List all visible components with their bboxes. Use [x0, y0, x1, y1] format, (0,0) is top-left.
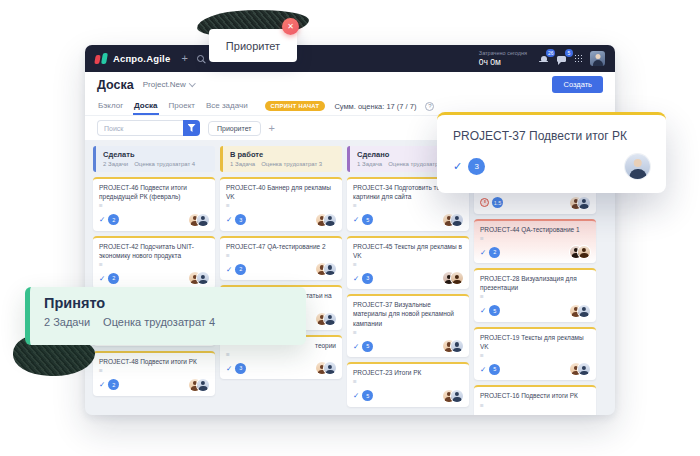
assignee-avatar[interactable]	[324, 263, 336, 275]
points-badge: 2	[235, 264, 246, 275]
user-avatar[interactable]	[590, 51, 605, 66]
assignee-avatars	[443, 340, 463, 352]
card-footer-left: ✓2	[226, 264, 246, 275]
help-icon[interactable]: ?	[425, 102, 434, 111]
task-id: PROJECT-44	[480, 226, 521, 233]
filter-button[interactable]	[183, 120, 200, 136]
points-badge: 5	[489, 305, 500, 316]
messages-button[interactable]: 5	[556, 53, 567, 64]
priority-filter-chip[interactable]: Приоритет	[208, 121, 261, 136]
task-card-project-23[interactable]: PROJECT-23 Итоги РК≡✓5	[347, 362, 469, 407]
assignee-avatars	[316, 263, 336, 275]
card-footer: ✓5	[480, 363, 590, 375]
card-footer-left: ✓2	[99, 214, 119, 225]
tab-0[interactable]: Бэклог	[97, 97, 124, 115]
app-logo-icon[interactable]	[95, 53, 106, 64]
assignee-avatar[interactable]	[324, 313, 336, 325]
assignee-avatars	[570, 305, 590, 317]
task-card-project-42[interactable]: PROJECT-42 Подсчитать UNIT-экономику нов…	[93, 236, 215, 290]
description-icon: ≡	[226, 253, 336, 260]
assignee-avatar[interactable]	[625, 154, 650, 179]
task-card-project-19[interactable]: PROJECT-19 Тексты для рекламы VK≡✓5	[474, 327, 596, 381]
card-footer-left: ✓5	[480, 305, 500, 316]
card-footer: ✓3	[353, 272, 463, 284]
task-card-project-40[interactable]: PROJECT-40 Баннер для рекламы VK≡✓3	[220, 177, 342, 231]
assignee-avatars	[316, 313, 336, 325]
tab-2[interactable]: Проект	[168, 97, 196, 115]
assignee-avatar[interactable]	[197, 214, 209, 226]
column-subtitle: 1 ЗадачаОценка трудозатрат 3	[230, 161, 335, 167]
assignee-avatar[interactable]	[197, 272, 209, 284]
assignee-avatar[interactable]	[324, 214, 336, 226]
card-footer: ✓2	[480, 246, 590, 258]
app-window: Аспро.Agile + Сп Затрачено сегодня 0ч 0м…	[85, 45, 615, 415]
assignee-avatar[interactable]	[578, 305, 590, 317]
tab-3[interactable]: Все задачи	[205, 97, 249, 115]
tab-1[interactable]: Доска	[133, 97, 158, 115]
check-icon: ✓	[453, 160, 462, 173]
task-title: PROJECT-45 Тексты для рекламы в VK	[353, 242, 463, 260]
assignee-avatar[interactable]	[578, 363, 590, 375]
task-id: PROJECT-28	[480, 275, 521, 282]
card-footer: ✓3	[226, 362, 336, 374]
card-footer: ✓5	[353, 340, 463, 352]
assignee-avatar[interactable]	[451, 340, 463, 352]
card-footer-left: ✓3	[226, 363, 246, 374]
assignee-avatar[interactable]	[324, 362, 336, 374]
search-input[interactable]	[97, 120, 183, 136]
check-icon: ✓	[99, 274, 105, 283]
task-card-project-46[interactable]: PROJECT-46 Подвести итоги предыдущей РК …	[93, 177, 215, 231]
task-id: PROJECT-37	[353, 301, 394, 308]
card-footer: ✓2	[99, 272, 209, 284]
check-icon: ✓	[99, 380, 105, 389]
close-icon[interactable]: ✕	[282, 18, 299, 35]
card-footer: 1.5	[480, 197, 590, 209]
board-column-1: В работе1 ЗадачаОценка трудозатрат 3PROJ…	[220, 146, 342, 415]
task-id: PROJECT-23	[353, 369, 394, 376]
task-card-project-16[interactable]: PROJECT-16 Подвести итоги РК≡	[474, 385, 596, 415]
task-popup-card[interactable]: PROJECT-37 Подвести итог РК ✓ 3	[437, 112, 666, 193]
assignee-avatar[interactable]	[451, 214, 463, 226]
assignee-avatars	[570, 363, 590, 375]
search-icon[interactable]	[197, 55, 204, 62]
task-title: PROJECT-37 Визуальные материалы для ново…	[353, 300, 463, 327]
notifications-badge: 26	[546, 49, 555, 57]
time-tracker: Затрачено сегодня 0ч 0м	[479, 50, 527, 67]
board-select-value: Project.New	[143, 80, 186, 89]
task-card-project-45[interactable]: PROJECT-45 Тексты для рекламы в VK≡✓3	[347, 236, 469, 290]
column-header[interactable]: В работе1 ЗадачаОценка трудозатрат 3	[220, 146, 342, 172]
apps-grid-icon[interactable]	[574, 54, 583, 63]
task-card-project-47[interactable]: PROJECT-47 QA-тестирование 2≡✓2	[220, 236, 342, 281]
assignee-avatars	[189, 379, 209, 391]
notifications-button[interactable]: 26	[538, 53, 549, 64]
task-card-project-44[interactable]: PROJECT-44 QA-тестирование 1≡✓2	[474, 219, 596, 264]
card-footer-left: ✓3	[226, 214, 246, 225]
card-footer: ✓3	[226, 214, 336, 226]
task-card-project-48[interactable]: PROJECT-48 Подвести итоги РК≡✓2	[93, 351, 215, 396]
points-badge: 3	[235, 363, 246, 374]
assignee-avatars	[443, 390, 463, 402]
check-icon: ✓	[480, 248, 486, 257]
search-box	[97, 120, 200, 136]
task-title: PROJECT-23 Итоги РК	[353, 368, 463, 377]
points-badge: 2	[108, 273, 119, 284]
card-footer: ✓5	[353, 214, 463, 226]
board-select[interactable]: Project.New	[143, 80, 195, 89]
assignee-avatar[interactable]	[578, 246, 590, 258]
assignee-avatar[interactable]	[578, 197, 590, 209]
points-badge: 2	[108, 214, 119, 225]
column-header[interactable]: Сделать2 ЗадачиОценка трудозатрат 4	[93, 146, 215, 172]
assignee-avatar[interactable]	[197, 379, 209, 391]
funnel-icon	[188, 124, 196, 132]
quick-add-icon[interactable]: +	[181, 53, 187, 64]
task-card-project-28[interactable]: PROJECT-28 Визуализация для презентации≡…	[474, 268, 596, 322]
points-badge: 3	[235, 214, 246, 225]
add-filter-button[interactable]: +	[269, 123, 275, 134]
board-column-0: Сделать2 ЗадачиОценка трудозатрат 4PROJE…	[93, 146, 215, 415]
assignee-avatar[interactable]	[451, 390, 463, 402]
overdue-clock-icon	[480, 198, 489, 207]
assignee-avatar[interactable]	[451, 272, 463, 284]
task-card-project-37[interactable]: PROJECT-37 Визуальные материалы для ново…	[347, 294, 469, 357]
create-button[interactable]: Создать	[552, 76, 603, 93]
card-footer-left: ✓5	[353, 341, 373, 352]
